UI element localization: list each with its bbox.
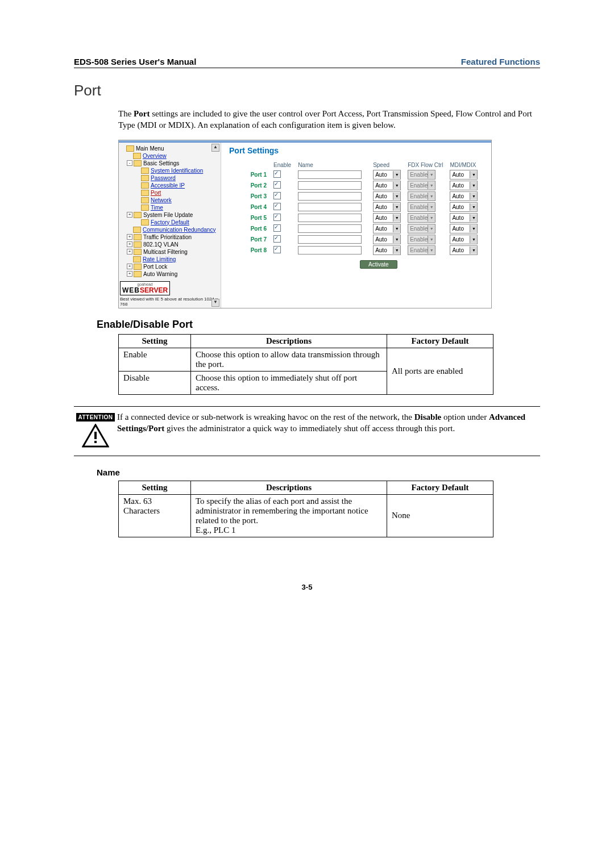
name-input[interactable] <box>298 214 362 222</box>
port-settings-screenshot: ▲ Main Menu Overview -Basic Settings Sys… <box>118 140 492 308</box>
th-default: Factory Default <box>387 481 493 494</box>
speed-select[interactable]: Auto▼ <box>373 181 401 190</box>
chevron-down-icon: ▼ <box>428 193 435 200</box>
nav-port-lock[interactable]: Port Lock <box>143 264 167 270</box>
speed-select[interactable]: Auto▼ <box>373 245 401 255</box>
folder-icon <box>141 197 149 203</box>
speed-select[interactable]: Auto▼ <box>373 202 401 212</box>
chevron-down-icon: ▼ <box>393 203 400 211</box>
header-right: Featured Functions <box>461 57 540 66</box>
nav-auto-warning[interactable]: Auto Warning <box>143 271 177 277</box>
name-input[interactable] <box>298 170 362 179</box>
flow-select[interactable]: Enable▼ <box>408 213 435 223</box>
name-input[interactable] <box>298 224 362 233</box>
folder-icon <box>141 205 149 211</box>
chevron-down-icon: ▼ <box>393 193 400 200</box>
enable-checkbox[interactable] <box>273 170 281 178</box>
folder-icon <box>134 160 142 166</box>
nav-traffic-prio[interactable]: Traffic Prioritization <box>143 234 192 240</box>
expand-icon[interactable]: + <box>127 264 132 269</box>
nav-vlan[interactable]: 802.1Q VLAN <box>143 241 179 248</box>
mdi-select[interactable]: Auto▼ <box>450 224 478 233</box>
name-input[interactable] <box>298 235 362 244</box>
mdi-select[interactable]: Auto▼ <box>450 170 478 180</box>
nav-network[interactable]: Network <box>151 197 172 203</box>
speed-select[interactable]: Auto▼ <box>373 224 401 233</box>
nav-multicast[interactable]: Multicast Filtering <box>143 249 188 255</box>
activate-button[interactable]: Activate <box>360 260 397 269</box>
speed-select[interactable]: Auto▼ <box>373 170 401 180</box>
chevron-down-icon: ▼ <box>393 225 400 232</box>
name-input[interactable] <box>298 181 362 190</box>
enable-checkbox[interactable] <box>273 214 281 221</box>
folder-icon <box>133 256 141 262</box>
enable-checkbox[interactable] <box>273 203 281 210</box>
name-table: Setting Descriptions Factory Default Max… <box>118 481 493 537</box>
mdi-select[interactable]: Auto▼ <box>450 213 478 223</box>
enable-checkbox[interactable] <box>273 181 281 189</box>
scroll-down-icon[interactable]: ▼ <box>211 299 219 307</box>
nav-basic-settings[interactable]: Basic Settings <box>143 160 179 166</box>
scroll-up-icon[interactable]: ▲ <box>211 144 219 152</box>
chevron-down-icon: ▼ <box>470 236 477 243</box>
folder-icon <box>141 182 149 189</box>
folder-icon <box>134 264 142 270</box>
enable-checkbox[interactable] <box>273 235 281 243</box>
cell-disable-desc: Choose this option to immediately shut o… <box>191 371 387 394</box>
page-number: 3-5 <box>74 583 540 591</box>
chevron-down-icon: ▼ <box>393 182 400 189</box>
nav-port[interactable]: Port <box>151 190 161 196</box>
page-header: EDS-508 Series User's Manual Featured Fu… <box>74 57 540 68</box>
flow-select[interactable]: Enable▼ <box>408 245 435 255</box>
nav-factory-default[interactable]: Factory Default <box>151 219 189 226</box>
nav-system-id[interactable]: System Identification <box>151 168 203 174</box>
flow-select[interactable]: Enable▼ <box>408 235 435 244</box>
mdi-select[interactable]: Auto▼ <box>450 202 478 212</box>
expand-icon[interactable]: + <box>127 271 132 277</box>
col-mdi: MDI/MDIX <box>446 161 481 169</box>
folder-icon <box>134 241 142 248</box>
cell-max63-desc: To specify the alias of each port and as… <box>191 494 387 537</box>
expand-icon[interactable]: + <box>127 234 132 240</box>
enable-checkbox[interactable] <box>273 246 281 253</box>
nav-accessible-ip[interactable]: Accessible IP <box>151 182 185 189</box>
enable-checkbox[interactable] <box>273 192 281 199</box>
speed-select[interactable]: Auto▼ <box>373 191 401 201</box>
name-input[interactable] <box>298 203 362 211</box>
folder-icon <box>141 175 149 181</box>
mdi-select[interactable]: Auto▼ <box>450 191 478 201</box>
flow-select[interactable]: Enable▼ <box>408 224 435 233</box>
name-heading: Name <box>97 468 540 477</box>
enable-checkbox[interactable] <box>273 224 281 232</box>
nav-time[interactable]: Time <box>151 205 163 211</box>
th-descriptions: Descriptions <box>191 334 387 348</box>
mdi-select[interactable]: Auto▼ <box>450 245 478 255</box>
name-input[interactable] <box>298 246 362 254</box>
nav-overview[interactable]: Overview <box>143 153 167 159</box>
mdi-select[interactable]: Auto▼ <box>450 181 478 190</box>
mdi-select[interactable]: Auto▼ <box>450 235 478 244</box>
port-label: Port 1 <box>229 169 270 180</box>
nav-password[interactable]: Password <box>151 175 176 181</box>
nav-comm-redundancy[interactable]: Communication Redundancy <box>143 227 215 233</box>
port-label: Port 8 <box>229 245 270 256</box>
collapse-icon[interactable]: - <box>127 160 132 166</box>
folder-icon <box>134 271 142 277</box>
speed-select[interactable]: Auto▼ <box>373 235 401 244</box>
flow-select[interactable]: Enable▼ <box>408 170 435 180</box>
speed-select[interactable]: Auto▼ <box>373 213 401 223</box>
flow-select[interactable]: Enable▼ <box>408 181 435 190</box>
cell-disable: Disable <box>119 371 191 394</box>
nav-rate-limiting[interactable]: Rate Limiting <box>143 256 176 262</box>
nav-sys-file-update[interactable]: System File Update <box>143 212 193 218</box>
expand-icon[interactable]: + <box>127 241 132 247</box>
flow-select[interactable]: Enable▼ <box>408 202 435 212</box>
expand-icon[interactable]: + <box>127 249 132 254</box>
nav-main-menu[interactable]: Main Menu <box>136 145 164 152</box>
flow-select[interactable]: Enable▼ <box>408 191 435 201</box>
expand-icon[interactable]: + <box>127 212 132 218</box>
chevron-down-icon: ▼ <box>470 214 477 222</box>
name-input[interactable] <box>298 192 362 201</box>
chevron-down-icon: ▼ <box>470 182 477 189</box>
svg-rect-2 <box>94 441 97 443</box>
